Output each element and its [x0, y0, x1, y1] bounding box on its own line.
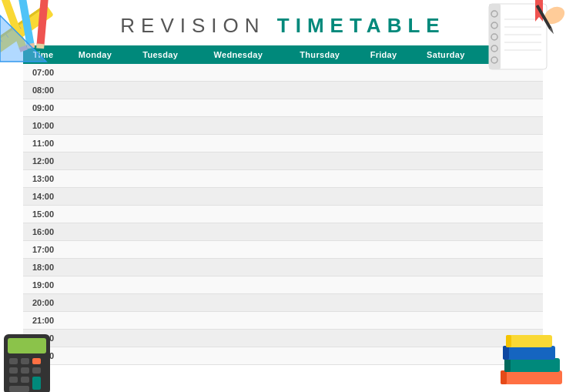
schedule-cell[interactable]	[127, 330, 194, 347]
schedule-cell[interactable]	[283, 135, 357, 152]
schedule-cell[interactable]	[481, 99, 543, 117]
schedule-cell[interactable]	[194, 276, 283, 294]
schedule-cell[interactable]	[127, 347, 194, 365]
schedule-cell[interactable]	[63, 312, 127, 330]
schedule-cell[interactable]	[127, 135, 194, 152]
schedule-cell[interactable]	[63, 347, 127, 365]
schedule-cell[interactable]	[283, 99, 357, 117]
schedule-cell[interactable]	[357, 64, 410, 82]
schedule-cell[interactable]	[63, 294, 127, 312]
schedule-cell[interactable]	[63, 241, 127, 259]
schedule-cell[interactable]	[127, 294, 194, 312]
schedule-cell[interactable]	[410, 347, 482, 365]
schedule-cell[interactable]	[357, 82, 410, 99]
schedule-cell[interactable]	[194, 206, 283, 223]
schedule-cell[interactable]	[194, 347, 283, 365]
schedule-cell[interactable]	[481, 259, 543, 276]
schedule-cell[interactable]	[63, 152, 127, 170]
schedule-cell[interactable]	[63, 188, 127, 206]
schedule-cell[interactable]	[127, 259, 194, 276]
schedule-cell[interactable]	[194, 117, 283, 135]
schedule-cell[interactable]	[194, 312, 283, 330]
schedule-cell[interactable]	[481, 276, 543, 294]
schedule-cell[interactable]	[283, 170, 357, 188]
schedule-cell[interactable]	[283, 241, 357, 259]
schedule-cell[interactable]	[357, 347, 410, 365]
schedule-cell[interactable]	[357, 259, 410, 276]
schedule-cell[interactable]	[63, 276, 127, 294]
schedule-cell[interactable]	[357, 312, 410, 330]
schedule-cell[interactable]	[410, 64, 482, 82]
schedule-cell[interactable]	[283, 276, 357, 294]
schedule-cell[interactable]	[63, 330, 127, 347]
schedule-cell[interactable]	[410, 135, 482, 152]
schedule-cell[interactable]	[357, 276, 410, 294]
schedule-cell[interactable]	[127, 241, 194, 259]
schedule-cell[interactable]	[410, 294, 482, 312]
schedule-cell[interactable]	[194, 223, 283, 241]
schedule-cell[interactable]	[410, 259, 482, 276]
schedule-cell[interactable]	[410, 206, 482, 223]
schedule-cell[interactable]	[283, 294, 357, 312]
schedule-cell[interactable]	[357, 241, 410, 259]
schedule-cell[interactable]	[194, 64, 283, 82]
schedule-cell[interactable]	[127, 188, 194, 206]
schedule-cell[interactable]	[127, 206, 194, 223]
schedule-cell[interactable]	[194, 241, 283, 259]
schedule-cell[interactable]	[357, 188, 410, 206]
schedule-cell[interactable]	[481, 206, 543, 223]
schedule-cell[interactable]	[283, 64, 357, 82]
schedule-cell[interactable]	[357, 99, 410, 117]
schedule-cell[interactable]	[283, 206, 357, 223]
schedule-cell[interactable]	[63, 223, 127, 241]
schedule-cell[interactable]	[63, 206, 127, 223]
schedule-cell[interactable]	[481, 135, 543, 152]
schedule-cell[interactable]	[283, 259, 357, 276]
schedule-cell[interactable]	[194, 135, 283, 152]
schedule-cell[interactable]	[357, 330, 410, 347]
schedule-cell[interactable]	[283, 188, 357, 206]
schedule-cell[interactable]	[410, 241, 482, 259]
schedule-cell[interactable]	[410, 117, 482, 135]
schedule-cell[interactable]	[283, 347, 357, 365]
schedule-cell[interactable]	[481, 188, 543, 206]
schedule-cell[interactable]	[357, 135, 410, 152]
schedule-cell[interactable]	[481, 170, 543, 188]
schedule-cell[interactable]	[194, 99, 283, 117]
schedule-cell[interactable]	[63, 259, 127, 276]
schedule-cell[interactable]	[127, 82, 194, 99]
schedule-cell[interactable]	[357, 223, 410, 241]
schedule-cell[interactable]	[410, 152, 482, 170]
schedule-cell[interactable]	[194, 330, 283, 347]
schedule-cell[interactable]	[194, 152, 283, 170]
schedule-cell[interactable]	[194, 294, 283, 312]
schedule-cell[interactable]	[63, 170, 127, 188]
schedule-cell[interactable]	[127, 276, 194, 294]
schedule-cell[interactable]	[481, 223, 543, 241]
schedule-cell[interactable]	[357, 152, 410, 170]
schedule-cell[interactable]	[127, 312, 194, 330]
schedule-cell[interactable]	[63, 135, 127, 152]
schedule-cell[interactable]	[410, 99, 482, 117]
schedule-cell[interactable]	[127, 152, 194, 170]
schedule-cell[interactable]	[127, 99, 194, 117]
schedule-cell[interactable]	[283, 152, 357, 170]
schedule-cell[interactable]	[481, 152, 543, 170]
schedule-cell[interactable]	[410, 276, 482, 294]
schedule-cell[interactable]	[481, 117, 543, 135]
schedule-cell[interactable]	[481, 82, 543, 99]
schedule-cell[interactable]	[481, 312, 543, 330]
schedule-cell[interactable]	[283, 330, 357, 347]
schedule-cell[interactable]	[283, 117, 357, 135]
schedule-cell[interactable]	[357, 170, 410, 188]
schedule-cell[interactable]	[127, 64, 194, 82]
schedule-cell[interactable]	[194, 188, 283, 206]
schedule-cell[interactable]	[127, 170, 194, 188]
schedule-cell[interactable]	[357, 206, 410, 223]
schedule-cell[interactable]	[410, 170, 482, 188]
schedule-cell[interactable]	[283, 82, 357, 99]
schedule-cell[interactable]	[63, 82, 127, 99]
schedule-cell[interactable]	[283, 312, 357, 330]
schedule-cell[interactable]	[357, 117, 410, 135]
schedule-cell[interactable]	[194, 82, 283, 99]
